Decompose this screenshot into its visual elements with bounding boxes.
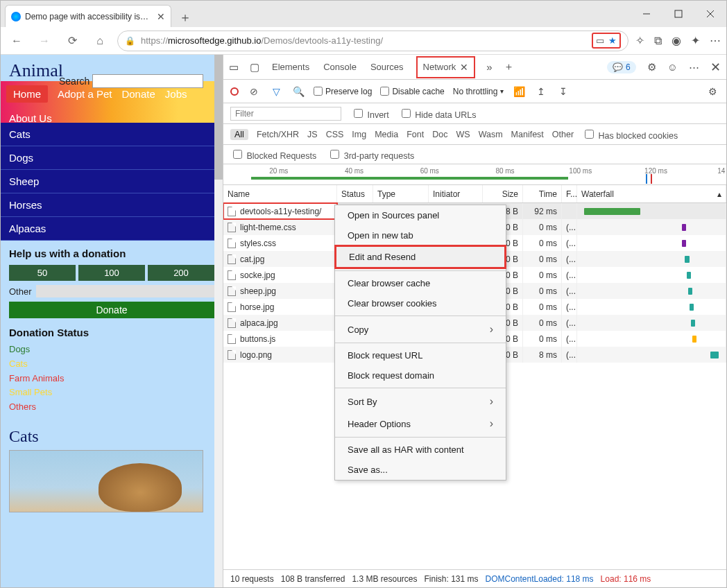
blocked-cookies-checkbox[interactable]: Has blocked cookies (582, 128, 678, 141)
network-settings-icon[interactable]: ⚙ (705, 86, 719, 97)
col-name[interactable]: Name (223, 185, 337, 202)
device-toggle-icon[interactable]: ▢ (250, 61, 259, 74)
donate-200[interactable]: 200 (148, 265, 214, 281)
sync-icon[interactable]: ◉ (672, 34, 681, 47)
wifi-icon[interactable]: 📶 (512, 86, 526, 97)
search-icon[interactable]: 🔍 (291, 86, 305, 97)
cm-save-har[interactable]: Save all as HAR with content (335, 440, 506, 460)
invert-checkbox[interactable]: Invert (351, 107, 389, 120)
timeline-overview[interactable]: 20 ms 40 ms 60 ms 80 ms 100 ms 120 ms 14 (223, 164, 726, 185)
donate-other-input[interactable] (36, 285, 214, 297)
type-wasm[interactable]: Wasm (479, 130, 503, 139)
type-fetch[interactable]: Fetch/XHR (257, 130, 299, 139)
type-doc[interactable]: Doc (432, 130, 447, 139)
minimize-button[interactable] (631, 1, 662, 27)
reader-and-favorite[interactable]: ▭ ★ (592, 33, 621, 49)
type-other[interactable]: Other (552, 130, 574, 139)
download-icon[interactable]: ↧ (556, 86, 570, 97)
cm-sort-by[interactable]: Sort By (335, 390, 506, 413)
side-nav-alpacas[interactable]: Alpacas (1, 217, 223, 241)
cm-open-sources[interactable]: Open in Sources panel (335, 205, 506, 225)
back-button[interactable]: ← (6, 31, 27, 51)
more-tabs-icon[interactable]: » (486, 61, 492, 73)
third-party-checkbox[interactable]: 3rd-party requests (327, 148, 414, 161)
record-button[interactable] (230, 87, 239, 96)
settings-icon[interactable]: ⚙ (647, 61, 656, 74)
nav-jobs[interactable]: Jobs (165, 88, 187, 100)
kebab-icon[interactable]: ⋯ (689, 61, 699, 74)
hide-data-urls-checkbox[interactable]: Hide data URLs (399, 107, 477, 120)
cm-header-opts[interactable]: Header Options (335, 413, 506, 435)
type-media[interactable]: Media (375, 130, 398, 139)
cm-copy[interactable]: Copy (335, 318, 506, 340)
type-ws[interactable]: WS (456, 130, 470, 139)
disable-cache-checkbox[interactable]: Disable cache (380, 87, 444, 96)
nav-home[interactable]: Home (6, 85, 48, 103)
page-scrollbar[interactable] (214, 55, 223, 587)
col-f[interactable]: F... (562, 185, 577, 202)
maximize-button[interactable] (662, 1, 694, 27)
sparkle-icon[interactable]: ✦ (691, 34, 700, 47)
inspect-icon[interactable]: ▭ (229, 61, 239, 74)
col-initiator[interactable]: Initiator (429, 185, 483, 202)
type-js[interactable]: JS (307, 130, 318, 139)
type-img[interactable]: Img (352, 130, 366, 139)
reader-mode-icon[interactable]: ▭ (596, 35, 604, 46)
new-tab-button[interactable]: ＋ (176, 8, 195, 27)
tab-console[interactable]: Console (322, 56, 358, 78)
close-tab-button[interactable]: ✕ (157, 11, 165, 22)
upload-icon[interactable]: ↥ (534, 86, 548, 97)
nav-adopt[interactable]: Adopt a Pet (58, 88, 112, 100)
clear-icon[interactable]: ⊘ (247, 86, 261, 97)
refresh-button[interactable]: ⟳ (62, 31, 83, 51)
tab-network[interactable]: Network✕ (416, 56, 476, 78)
collections-icon[interactable]: ⧉ (654, 35, 662, 47)
browser-tab[interactable]: Demo page with accessibility issues ✕ (5, 5, 171, 27)
side-nav-dogs[interactable]: Dogs (1, 146, 223, 170)
donate-50[interactable]: 50 (9, 265, 76, 281)
col-waterfall[interactable]: Waterfall▴ (577, 185, 726, 202)
home-button[interactable]: ⌂ (89, 31, 110, 51)
extensions-icon[interactable]: ✧ (635, 34, 644, 47)
address-bar[interactable]: 🔒 https://microsoftedge.github.io/Demos/… (117, 31, 628, 51)
feedback-icon[interactable]: ☺ (667, 61, 678, 73)
col-size[interactable]: Size (483, 185, 523, 202)
forward-button[interactable]: → (34, 31, 55, 51)
favorite-star-icon[interactable]: ★ (608, 35, 617, 46)
filter-toggle-icon[interactable]: ▽ (269, 86, 283, 97)
type-manifest[interactable]: Manifest (511, 130, 544, 139)
preserve-log-checkbox[interactable]: Preserve log (314, 87, 372, 96)
devtools-close-button[interactable]: ✕ (710, 60, 721, 75)
type-all[interactable]: All (230, 129, 248, 140)
donate-100[interactable]: 100 (78, 265, 145, 281)
cm-open-tab[interactable]: Open in new tab (335, 225, 506, 245)
donate-submit[interactable]: Donate (9, 302, 214, 318)
col-type[interactable]: Type (373, 185, 429, 202)
type-css[interactable]: CSS (326, 130, 344, 139)
close-window-button[interactable] (694, 1, 726, 27)
cm-edit-resend[interactable]: Edit and Resend (334, 245, 506, 269)
col-status[interactable]: Status (337, 185, 373, 202)
menu-button[interactable]: ⋯ (710, 34, 721, 47)
side-nav-horses[interactable]: Horses (1, 193, 223, 217)
tab-elements[interactable]: Elements (271, 56, 311, 78)
tab-sources[interactable]: Sources (369, 56, 405, 78)
cm-block-url[interactable]: Block request URL (335, 345, 506, 365)
cm-block-domain[interactable]: Block request domain (335, 365, 506, 386)
cm-clear-cookies[interactable]: Clear browser cookies (335, 293, 506, 313)
blocked-requests-checkbox[interactable]: Blocked Requests (230, 148, 316, 161)
issues-badge[interactable]: 💬 6 (607, 61, 636, 74)
search-input[interactable] (92, 74, 203, 88)
cm-clear-cache[interactable]: Clear browser cache (335, 273, 506, 293)
type-font[interactable]: Font (407, 130, 424, 139)
cm-save-as[interactable]: Save as... (335, 460, 506, 480)
nav-donate[interactable]: Donate (121, 88, 155, 100)
table-header[interactable]: Name Status Type Initiator Size Time F..… (223, 185, 726, 203)
col-time[interactable]: Time (523, 185, 562, 202)
close-panel-icon[interactable]: ✕ (460, 62, 468, 73)
side-nav-sheep[interactable]: Sheep (1, 170, 223, 193)
side-nav-cats[interactable]: Cats (1, 123, 223, 146)
filter-input[interactable] (230, 107, 341, 121)
throttling-select[interactable]: No throttling ▾ (453, 87, 504, 96)
add-tab-icon[interactable]: ＋ (504, 60, 514, 74)
